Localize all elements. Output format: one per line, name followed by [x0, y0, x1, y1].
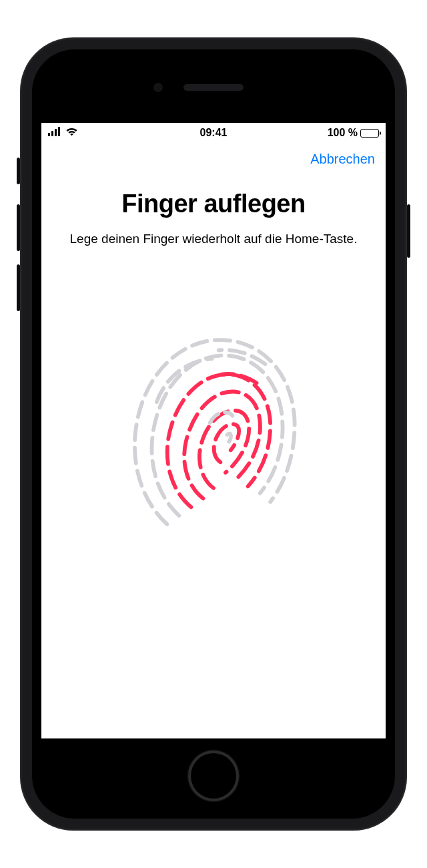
power-button	[407, 204, 410, 258]
screen: 09:41 100 % Abbrechen Finger auflegen Le…	[41, 123, 386, 738]
status-bar: 09:41 100 %	[41, 123, 386, 143]
status-time: 09:41	[41, 127, 386, 139]
volume-down-button	[17, 264, 20, 311]
main-content: Finger auflegen Lege deinen Finger wiede…	[41, 175, 386, 544]
device-bezel: 09:41 100 % Abbrechen Finger auflegen Le…	[32, 49, 395, 819]
earpiece	[183, 84, 244, 91]
mute-switch	[17, 158, 20, 184]
front-camera	[153, 83, 163, 92]
navigation-bar: Abbrechen	[41, 143, 386, 175]
home-button[interactable]	[188, 750, 239, 801]
fingerprint-icon	[127, 328, 300, 544]
battery-icon	[360, 129, 379, 138]
cancel-button[interactable]: Abbrechen	[310, 152, 375, 167]
iphone-device-frame: 09:41 100 % Abbrechen Finger auflegen Le…	[20, 37, 407, 831]
volume-up-button	[17, 204, 20, 251]
page-subtitle: Lege deinen Finger wiederholt auf die Ho…	[60, 230, 367, 248]
page-title: Finger auflegen	[60, 190, 367, 218]
